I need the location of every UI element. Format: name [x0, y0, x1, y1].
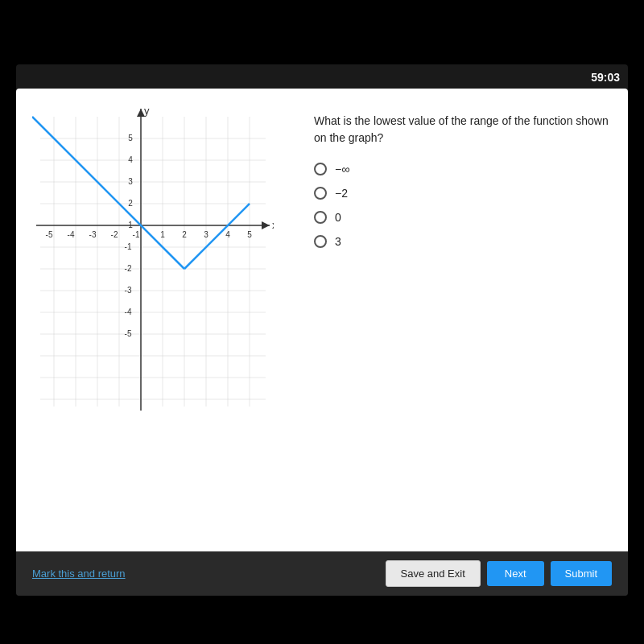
- options-list: −∞ −2 0 3: [314, 163, 612, 248]
- option-neg-inf[interactable]: −∞: [314, 163, 612, 175]
- bottom-buttons: Save and Exit Next Submit: [386, 560, 612, 587]
- question-text: What is the lowest value of the range of…: [314, 113, 612, 147]
- next-button[interactable]: Next: [487, 561, 544, 586]
- svg-text:-3: -3: [125, 286, 132, 295]
- svg-text:-5: -5: [46, 230, 53, 239]
- svg-text:5: 5: [247, 230, 252, 239]
- svg-text:1: 1: [128, 221, 133, 229]
- svg-text:1: 1: [160, 230, 165, 239]
- svg-text:-3: -3: [89, 230, 97, 239]
- option-neg-2-label: −2: [335, 187, 348, 200]
- graph-container: x y -5 -4 -3 -2 -1 1 2 3 4 5 5 4 3 2 1 -…: [32, 105, 290, 422]
- svg-text:5: 5: [128, 134, 133, 142]
- svg-line-47: [32, 117, 184, 269]
- option-3-label: 3: [335, 235, 341, 248]
- svg-text:x: x: [272, 219, 274, 231]
- option-3[interactable]: 3: [314, 235, 612, 248]
- svg-text:3: 3: [128, 177, 133, 186]
- svg-text:-4: -4: [125, 308, 132, 316]
- svg-text:3: 3: [204, 230, 208, 239]
- radio-0[interactable]: [314, 211, 327, 224]
- svg-text:4: 4: [225, 230, 230, 239]
- svg-text:-2: -2: [111, 230, 118, 239]
- svg-text:-1: -1: [133, 230, 140, 239]
- submit-button[interactable]: Submit: [551, 561, 612, 586]
- mark-link[interactable]: Mark this and return: [32, 568, 126, 580]
- timer: 59:03: [591, 71, 620, 84]
- svg-text:4: 4: [128, 155, 133, 164]
- svg-text:2: 2: [182, 230, 187, 239]
- radio-neg-inf[interactable]: [314, 163, 327, 175]
- option-0[interactable]: 0: [314, 211, 612, 224]
- svg-line-48: [184, 204, 250, 269]
- svg-text:2: 2: [128, 199, 133, 208]
- svg-text:-5: -5: [125, 329, 132, 338]
- question-area: What is the lowest value of the range of…: [314, 105, 612, 248]
- radio-neg-2[interactable]: [314, 187, 327, 200]
- save-exit-button[interactable]: Save and Exit: [386, 560, 481, 587]
- radio-3[interactable]: [314, 235, 327, 248]
- option-0-label: 0: [335, 211, 341, 224]
- bottom-bar: Mark this and return Save and Exit Next …: [16, 551, 628, 596]
- option-neg-2[interactable]: −2: [314, 187, 612, 200]
- svg-text:y: y: [144, 105, 150, 117]
- coordinate-graph: x y -5 -4 -3 -2 -1 1 2 3 4 5 5 4 3 2 1 -…: [32, 105, 274, 419]
- svg-text:-4: -4: [68, 230, 75, 239]
- svg-text:-1: -1: [125, 242, 132, 251]
- option-neg-inf-label: −∞: [335, 163, 349, 175]
- content-area: x y -5 -4 -3 -2 -1 1 2 3 4 5 5 4 3 2 1 -…: [16, 89, 628, 564]
- svg-marker-23: [262, 221, 270, 229]
- svg-text:-2: -2: [125, 264, 132, 273]
